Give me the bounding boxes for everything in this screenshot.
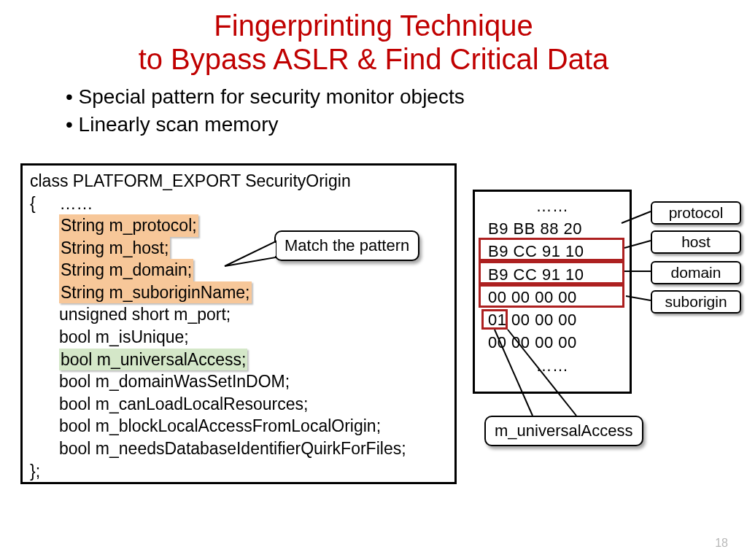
bullet-item: Linearly scan memory [66, 111, 747, 139]
code-highlight-orange: String m_host; [59, 237, 170, 260]
label-protocol: protocol [651, 201, 741, 225]
code-highlight-orange: String m_protocol; [59, 214, 198, 237]
code-line: bool m_domainWasSetInDOM; [30, 370, 449, 393]
page-number: 18 [715, 537, 728, 550]
title-line-1: Fingerprinting Technique [214, 9, 533, 42]
hex-row: 00 00 00 00 [475, 331, 630, 354]
hex-dots: …… [475, 354, 630, 377]
code-box: class PLATFORM_EXPORT SecurityOrigin { …… [20, 163, 457, 484]
label-suborigin: suborigin [651, 290, 741, 314]
hex-dots: …… [475, 195, 630, 217]
code-line: unsigned short m_port; [30, 303, 449, 326]
code-line: bool m_needsDatabaseIdentifierQuirkForFi… [30, 438, 449, 460]
bullet-item: Special pattern for security monitor obj… [66, 83, 747, 111]
hex-highlight-01 [481, 309, 508, 330]
label-host: host [651, 230, 741, 254]
hex-highlight-suborigin [479, 284, 624, 308]
code-highlight-green: bool m_universalAccess; [59, 349, 247, 371]
code-line: bool m_blockLocalAccessFromLocalOrigin; [30, 415, 449, 438]
code-highlight-orange: String m_suboriginName; [59, 281, 252, 304]
hex-row: B9 BB 88 20 [475, 217, 630, 240]
hex-highlight-domain [479, 261, 624, 284]
callout-match-pattern: Match the pattern [274, 230, 419, 261]
code-line: bool m_canLoadLocalResources; [30, 393, 449, 416]
code-highlight-orange: String m_domain; [59, 259, 193, 281]
slide-title: Fingerprinting Technique to Bypass ASLR … [0, 9, 747, 76]
code-line: }; [30, 460, 449, 483]
label-domain: domain [651, 261, 741, 284]
bullet-list: Special pattern for security monitor obj… [66, 83, 747, 139]
hex-highlight-host [479, 238, 624, 261]
code-line: bool m_isUnique; [30, 326, 449, 349]
callout-universal-access: m_universalAccess [484, 416, 643, 446]
code-line: { …… [30, 192, 449, 215]
title-line-2: to Bypass ASLR & Find Critical Data [139, 43, 609, 75]
code-line: class PLATFORM_EXPORT SecurityOrigin [30, 170, 449, 192]
